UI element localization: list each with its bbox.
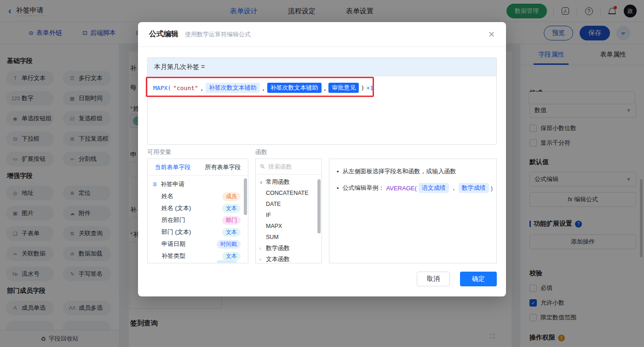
function-label: DATE: [266, 201, 281, 207]
formula-token: ): [361, 85, 364, 91]
modal-title: 公式编辑: [149, 29, 178, 39]
function-label: 数学函数: [266, 244, 290, 252]
field-type-tag: 时间戳: [217, 240, 241, 249]
variable-label: 申请日期: [161, 240, 217, 248]
help-line-1: • 从左侧面板选择字段名和函数，或输入函数: [337, 167, 489, 176]
function-label: MAPX: [266, 223, 282, 229]
field-type-tag: 部门: [222, 216, 241, 225]
formula-token: ): [491, 185, 493, 192]
formula-target-bar: 本月第几次补签 =: [148, 58, 496, 76]
variable-row-姓名 (文本)[interactable]: 姓名 (文本)文本: [148, 202, 248, 214]
modal-header: 公式编辑 使用数学运算符编辑公式 ✕: [138, 22, 506, 47]
function-row-DATE[interactable]: DATE: [256, 199, 322, 210]
help-example: 公式编辑举例：AVERAGE(语文成绩，数学成绩): [343, 183, 493, 193]
variables-tab-所有表单字段[interactable]: 所有表单字段: [198, 163, 248, 171]
field-type-tag: 文本: [222, 252, 241, 261]
functions-panel: 🔍︎ 搜索函数 ∨常用函数CONCATENATEDATEIFMAPXSUM›数学…: [255, 159, 322, 263]
variables-panel: 当前表单字段所有表单字段 🗎补签申请姓名成员姓名 (文本)文本所在部门部门部门 …: [147, 159, 248, 263]
partial-tag: [217, 260, 237, 263]
formula-token: "count": [173, 85, 198, 91]
variable-row-所在部门[interactable]: 所在部门部门: [148, 214, 248, 226]
function-row-MAPX[interactable]: MAPX: [256, 221, 322, 232]
variable-label: 所在部门: [161, 216, 222, 224]
formula-editor[interactable]: MAPX("count",补签次数文本辅助,补签次数文本辅助,审批意见)+1: [148, 76, 496, 145]
modal-footer: 取消 确定: [417, 272, 497, 286]
formula-expression: MAPX("count",补签次数文本辅助,补签次数文本辅助,审批意见)+1: [153, 83, 491, 93]
function-row-SUM[interactable]: SUM: [256, 232, 322, 243]
close-icon[interactable]: ✕: [488, 29, 495, 40]
help-line-2: • 公式编辑举例：AVERAGE(语文成绩，数学成绩): [337, 183, 489, 193]
help-text-1: 从左侧面板选择字段名和函数，或输入函数: [343, 167, 456, 176]
variable-row-申请日期[interactable]: 申请日期时间戳: [148, 238, 248, 250]
function-label: 文本函数: [266, 255, 290, 263]
field-chip[interactable]: 语文成绩: [419, 183, 449, 193]
help-example-prefix: 公式编辑举例：: [343, 184, 385, 192]
caret-down-icon: ∨: [259, 180, 264, 185]
field-type-tag: 成员: [222, 192, 241, 201]
variable-label: 部门 (文本): [161, 228, 222, 236]
function-label: CONCATENATE: [266, 190, 309, 196]
function-search-placeholder: 搜索函数: [268, 163, 292, 171]
field-chip[interactable]: 审批意见: [328, 83, 359, 93]
field-chip[interactable]: 数学成绩: [459, 183, 489, 193]
search-icon: 🔍︎: [259, 163, 265, 170]
variable-label: 补签申请: [161, 180, 241, 188]
field-chip[interactable]: 补签次数文本辅助: [267, 83, 322, 93]
variable-row-部门 (文本)[interactable]: 部门 (文本)文本: [148, 226, 248, 238]
formula-token: MAPX(: [153, 85, 171, 91]
function-label: 常用函数: [266, 178, 290, 186]
variable-label: 补签类型: [161, 252, 222, 260]
modal-subtitle: 使用数学运算符编辑公式: [185, 30, 251, 39]
field-chip[interactable]: 补签次数文本辅助: [206, 83, 260, 93]
function-row-文本函数[interactable]: ›文本函数: [256, 254, 322, 263]
formula-box: 本月第几次补签 = MAPX("count",补签次数文本辅助,补签次数文本辅助…: [147, 57, 497, 145]
bullet: •: [337, 168, 339, 175]
function-row-数学函数[interactable]: ›数学函数: [256, 243, 322, 254]
function-row-常用函数[interactable]: ∨常用函数: [256, 176, 322, 188]
function-row-CONCATENATE[interactable]: CONCATENATE: [256, 188, 322, 199]
field-type-tag: 文本: [222, 228, 241, 237]
formula-token: +1: [366, 85, 374, 91]
function-row-IF[interactable]: IF: [256, 210, 322, 221]
formula-token: AVERAGE(: [386, 185, 417, 192]
confirm-button[interactable]: 确定: [460, 272, 497, 286]
functions-label: 函数: [255, 148, 267, 156]
caret-right-icon: ›: [259, 257, 264, 262]
variable-row-姓名[interactable]: 姓名成员: [148, 190, 248, 202]
function-search[interactable]: 🔍︎ 搜索函数: [256, 159, 322, 175]
scrollbar-thumb[interactable]: [317, 179, 321, 233]
formula-edit-modal: 公式编辑 使用数学运算符编辑公式 ✕ 本月第几次补签 = MAPX("count…: [138, 22, 506, 296]
formula-token: ,: [200, 85, 204, 91]
formula-token: ，: [451, 184, 457, 192]
formula-token: ,: [262, 85, 265, 91]
field-type-tag: 文本: [222, 204, 241, 213]
variables-label: 可用变量: [147, 148, 171, 156]
variable-label: 姓名: [161, 192, 222, 200]
form-doc-icon: 🗎: [152, 181, 158, 188]
formula-token: ,: [323, 85, 327, 91]
variable-row-补签申请[interactable]: 🗎补签申请: [148, 178, 248, 190]
cancel-button[interactable]: 取消: [417, 272, 450, 286]
function-label: IF: [266, 212, 271, 218]
variables-tab-当前表单字段[interactable]: 当前表单字段: [148, 163, 198, 171]
app-root: ‹ 补签申请 表单设计流程设定表单设置 数据管理 人 ? 政 ⊘表单外链⊡后端脚…: [0, 0, 644, 347]
function-label: SUM: [266, 234, 279, 240]
bullet: •: [337, 185, 339, 192]
scrollbar-thumb[interactable]: [244, 178, 247, 215]
variable-label: 姓名 (文本): [161, 204, 222, 212]
help-panel: • 从左侧面板选择字段名和函数，或输入函数 • 公式编辑举例：AVERAGE(语…: [329, 159, 497, 263]
caret-right-icon: ›: [259, 246, 264, 251]
